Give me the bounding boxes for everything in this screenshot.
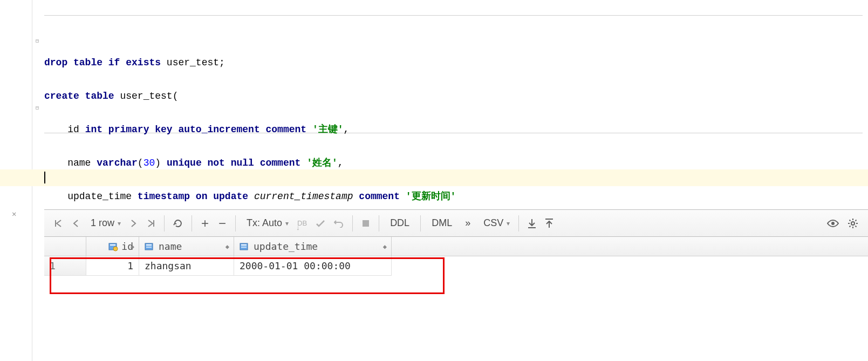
results-toolbar: 1 row ▾ + − Tx: Auto ▾ DB↓ [44,210,868,237]
more-button[interactable]: » [460,215,476,232]
next-page-icon[interactable] [126,215,141,232]
sort-icon[interactable]: ◆ [383,243,387,250]
chevron-down-icon: ▾ [118,220,121,227]
sql-text: update_time [67,191,138,202]
sql-text: , [344,124,350,135]
cell-id[interactable]: 1 [86,256,139,276]
refresh-icon[interactable] [170,215,186,232]
sql-keyword: comment [353,191,406,202]
grid-header-id[interactable]: id ◆ [86,237,139,256]
first-page-icon[interactable] [51,215,66,232]
export-format-dropdown[interactable]: CSV ▾ [478,215,513,232]
sql-text: , [338,158,344,168]
toolbar-separator [420,215,421,231]
chevron-down-icon: ▾ [507,220,510,227]
commit-icon[interactable]: DB↓ [294,215,310,232]
download-icon[interactable] [524,215,539,232]
sql-text: id [67,124,85,135]
svg-point-2 [851,222,855,225]
sql-text: ) [155,158,167,168]
toolbar-separator [518,215,519,231]
fold-end-icon[interactable]: ⊟ [36,105,39,111]
results-panel: 1 row ▾ + − Tx: Auto ▾ DB↓ [44,209,868,361]
column-label: update_time [254,241,318,252]
toolbar-separator [164,215,165,231]
toolbar-separator [379,215,379,231]
sql-text: ( [138,158,143,168]
prev-page-icon[interactable] [68,215,83,232]
add-row-icon[interactable]: + [197,215,213,232]
fold-collapse-icon[interactable]: ⊟ [36,38,39,44]
sql-string: '姓名' [306,158,338,168]
column-icon [240,242,249,251]
svg-point-5 [113,247,118,251]
csv-label: CSV [481,217,505,229]
sort-icon[interactable]: ◆ [131,243,134,250]
dml-button[interactable]: DML [426,215,457,232]
grid-header-row: id ◆ name ◆ update_time ◆ [44,237,868,256]
sql-indent [44,158,67,168]
sql-indent [44,191,67,202]
sort-icon[interactable]: ◆ [225,243,229,250]
chevron-down-icon: ▾ [285,220,289,227]
sql-keyword: int primary key auto_increment comment [85,124,312,135]
sql-indent [44,124,67,135]
sql-keyword: unique not null comment [167,158,306,168]
svg-rect-7 [146,244,152,246]
table-row[interactable]: 1 1 zhangsan 2000-01-01 00:00:00 [44,256,868,276]
sql-text: user_test; [161,57,225,68]
svg-rect-8 [146,247,152,248]
row-count-dropdown[interactable]: 1 row ▾ [85,215,124,232]
sql-keyword: varchar [97,158,138,168]
grid-header-update-time[interactable]: update_time ◆ [234,237,392,256]
toolbar-separator [352,215,353,231]
result-grid: id ◆ name ◆ update_time ◆ 1 1 zhangsan [44,237,868,276]
sql-keyword: timestamp on update [138,191,254,202]
row-count-label: 1 row [88,217,117,229]
last-page-icon[interactable] [143,215,159,232]
sql-text: name [67,158,97,168]
sql-number: 30 [143,158,155,168]
sql-text: user_test( [114,91,179,101]
svg-rect-10 [241,244,247,246]
sql-keyword: drop table if exists [44,57,161,68]
cell-name[interactable]: zhangsan [139,256,234,276]
cell-update-time[interactable]: 2000-01-01 00:00:00 [234,256,392,276]
toolbar-separator [235,215,236,231]
svg-rect-4 [110,244,115,246]
view-icon[interactable] [824,215,842,232]
sql-keyword: create table [44,91,114,101]
settings-icon[interactable] [844,215,862,232]
row-number-cell[interactable]: 1 [44,256,86,276]
submit-icon[interactable] [312,215,329,232]
column-label: name [159,241,182,252]
close-icon[interactable]: ✕ [12,209,16,219]
svg-rect-11 [241,247,247,248]
tx-label: Tx: Auto [244,217,284,229]
grid-header-rownum[interactable] [44,237,86,256]
sql-function: current_timestamp [254,191,353,202]
sql-string: '主键' [312,124,344,135]
tx-mode-dropdown[interactable]: Tx: Auto ▾ [241,215,292,232]
stop-icon[interactable] [358,215,373,232]
upload-icon[interactable] [542,215,557,232]
remove-row-icon[interactable]: − [215,215,230,232]
rollback-icon[interactable] [331,215,347,232]
ddl-button[interactable]: DDL [385,215,415,232]
key-column-icon [108,242,118,251]
column-icon [145,242,154,251]
svg-point-1 [831,222,835,225]
grid-header-name[interactable]: name ◆ [139,237,234,256]
svg-rect-0 [363,220,369,227]
toolbar-separator [192,215,192,231]
sql-string: '更新时间' [406,191,456,202]
